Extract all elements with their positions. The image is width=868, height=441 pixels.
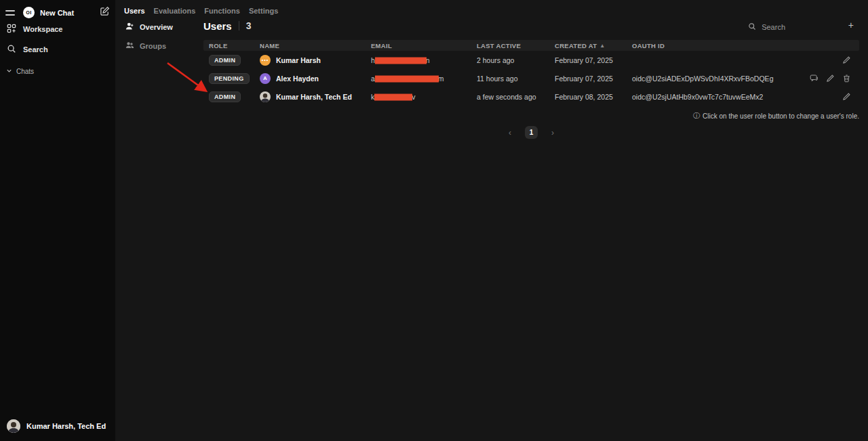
- subnav-overview[interactable]: Overview: [124, 20, 199, 34]
- sort-asc-icon: ▲: [599, 43, 605, 49]
- admin-panel: UsersEvaluationsFunctionsSettings Overvi…: [115, 0, 868, 441]
- search-icon: [748, 21, 756, 33]
- profile-avatar: [7, 419, 20, 433]
- column-header-role[interactable]: ROLE: [209, 42, 260, 49]
- sidebar-section-chats[interactable]: Chats: [0, 60, 115, 75]
- sidebar-item-label: Workspace: [23, 25, 63, 33]
- workspace-icon: [7, 24, 16, 35]
- column-header-oauth-id[interactable]: OAUTH ID: [632, 42, 788, 49]
- delete-icon[interactable]: [842, 74, 851, 83]
- role-hint-text: Click on the user role button to change …: [703, 112, 859, 120]
- next-page-icon[interactable]: ›: [551, 129, 554, 137]
- search-placeholder: Search: [762, 23, 785, 31]
- created-at: February 07, 2025: [555, 75, 632, 83]
- user-count: 3: [246, 20, 252, 31]
- sidebar-item-workspace[interactable]: Workspace: [0, 19, 115, 39]
- page-number[interactable]: 1: [525, 126, 538, 139]
- tab-evaluations[interactable]: Evaluations: [154, 7, 196, 15]
- table-body: ADMIN •••Kumar Harsh hn 2 hours ago Febr…: [203, 51, 859, 106]
- sidebar-item-search[interactable]: Search: [0, 39, 115, 60]
- column-header-name[interactable]: NAME: [260, 42, 371, 49]
- email-redaction-bar: [375, 57, 427, 64]
- user-email: hn: [371, 56, 477, 64]
- edit-icon[interactable]: [826, 74, 835, 83]
- compose-icon[interactable]: [100, 6, 110, 19]
- info-icon: ⓘ: [693, 111, 700, 121]
- users-group-icon: [125, 41, 134, 51]
- role-hint: ⓘ Click on the user role button to chang…: [203, 111, 859, 121]
- role-badge[interactable]: ADMIN: [209, 55, 241, 66]
- oauth-id: oidc@U2sjUAtHb9x0vwTc7c7tuvwEeMx2: [632, 93, 788, 101]
- last-active: 11 hours ago: [477, 75, 555, 83]
- created-at: February 07, 2025: [555, 56, 632, 64]
- app-logo: OI: [23, 7, 35, 18]
- edit-icon[interactable]: [842, 56, 851, 64]
- email-redaction-bar: [375, 75, 439, 82]
- user-name: Alex Hayden: [276, 75, 319, 83]
- user-name: Kumar Harsh: [276, 56, 321, 64]
- role-badge[interactable]: PENDING: [209, 73, 250, 84]
- tab-users[interactable]: Users: [124, 7, 145, 15]
- admin-tabs: UsersEvaluationsFunctionsSettings: [124, 7, 278, 15]
- tab-settings[interactable]: Settings: [249, 7, 278, 15]
- avatar: •••: [260, 55, 271, 66]
- edit-icon[interactable]: [842, 92, 851, 101]
- user-email: am: [371, 75, 477, 83]
- profile-menu[interactable]: Kumar Harsh, Tech Ed: [0, 416, 115, 436]
- tab-functions[interactable]: Functions: [204, 7, 240, 15]
- created-at: February 08, 2025: [555, 93, 632, 101]
- column-header-created-at[interactable]: CREATED AT▲: [555, 42, 632, 49]
- chat-icon[interactable]: [810, 74, 818, 83]
- sidebar-header: OI New Chat: [0, 0, 115, 19]
- add-user-button[interactable]: +: [848, 20, 854, 30]
- email-redaction-bar: [374, 93, 412, 100]
- chevron-down-icon: [6, 68, 12, 75]
- prev-page-icon[interactable]: ‹: [509, 129, 511, 137]
- table-row: ADMIN Kumar Harsh, Tech Ed kv a few seco…: [203, 87, 859, 106]
- avatar: A: [260, 73, 271, 84]
- pagination: ‹ 1 ›: [203, 126, 859, 139]
- users-subnav: Overview Groups: [124, 20, 199, 53]
- users-table: ROLENAMEEMAILLAST ACTIVECREATED AT▲OAUTH…: [203, 40, 859, 106]
- column-header-email[interactable]: EMAIL: [371, 42, 477, 49]
- subnav-label: Groups: [140, 42, 166, 50]
- search-icon: [7, 44, 16, 55]
- subnav-groups[interactable]: Groups: [124, 39, 199, 53]
- avatar: [260, 91, 271, 102]
- last-active: a few seconds ago: [477, 93, 555, 101]
- user-email: kv: [371, 93, 477, 101]
- user-name: Kumar Harsh, Tech Ed: [276, 93, 352, 101]
- profile-name: Kumar Harsh, Tech Ed: [26, 422, 106, 430]
- new-chat-button[interactable]: New Chat: [40, 9, 94, 17]
- role-badge[interactable]: ADMIN: [209, 91, 241, 102]
- page-title: Users: [203, 20, 232, 32]
- oauth-id: oidc@U2siADExDpWSvDhI4XRxvFBoDQEg: [632, 75, 788, 83]
- table-row: ADMIN •••Kumar Harsh hn 2 hours ago Febr…: [203, 51, 859, 69]
- sidebar: OI New Chat Workspace Search: [0, 0, 115, 441]
- sidebar-toggle-icon[interactable]: [5, 7, 18, 18]
- title-divider: [239, 21, 239, 30]
- table-row: PENDING AAlex Hayden am 11 hours ago Feb…: [203, 69, 859, 87]
- users-content: Users 3 Search + ROLENAMEEMAILLAST ACTIV…: [203, 19, 859, 139]
- user-icon: [125, 22, 134, 32]
- users-title-row: Users 3 Search +: [203, 19, 859, 33]
- sidebar-item-label: Search: [23, 45, 48, 54]
- user-search-input[interactable]: Search: [748, 21, 785, 33]
- column-header-last-active[interactable]: LAST ACTIVE: [477, 42, 555, 49]
- subnav-label: Overview: [140, 23, 173, 31]
- chats-label: Chats: [16, 68, 34, 75]
- last-active: 2 hours ago: [477, 56, 555, 64]
- table-header-row: ROLENAMEEMAILLAST ACTIVECREATED AT▲OAUTH…: [203, 40, 859, 51]
